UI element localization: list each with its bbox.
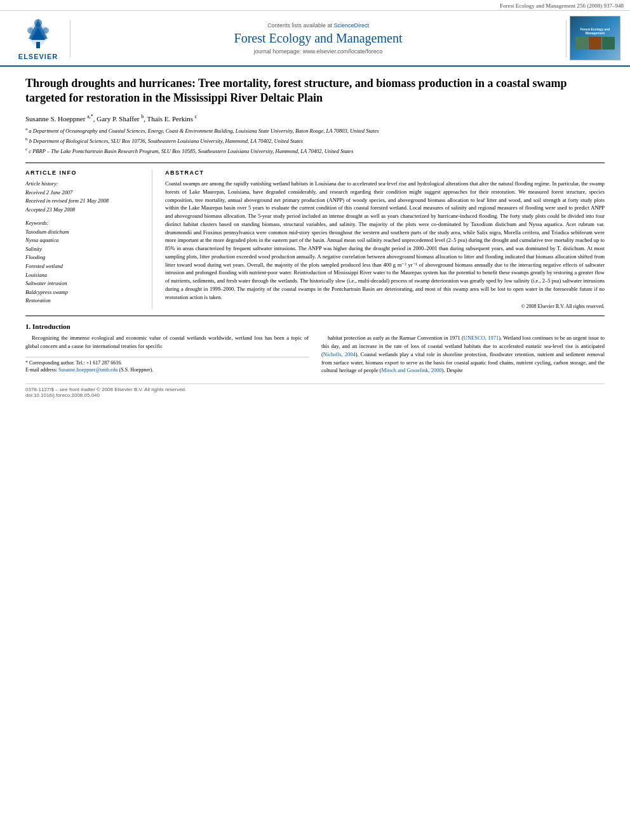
history-label-text: Article history: (25, 180, 58, 187)
affiliation-b: b b Department of Biological Sciences, S… (25, 136, 605, 145)
intro-left-col: Recognizing the immense ecological and e… (25, 334, 309, 378)
elsevier-tree-icon (19, 17, 57, 51)
svg-point-5 (27, 27, 34, 34)
keywords-section: Keywords: Taxodium distichum Nyssa aquat… (25, 220, 145, 305)
cover-img-2 (589, 37, 601, 50)
article-info-column: ARTICLE INFO Article history: Received 2… (25, 170, 152, 309)
keyword-restoration: Restoration (25, 297, 145, 305)
contents-text: Contents lists available at (267, 22, 332, 29)
article-info-label: ARTICLE INFO (25, 170, 145, 176)
journal-header: ELSEVIER Contents lists available at Sci… (0, 11, 630, 67)
intro-para-left: Recognizing the immense ecological and e… (25, 334, 309, 350)
footnote-2: E-mail address: Susanne.hoeppner@umb.edu… (25, 367, 309, 373)
journal-title-area: Contents lists available at ScienceDirec… (70, 20, 566, 57)
issn-line: 0378-1127/$ – see front matter © 2008 El… (25, 387, 605, 392)
intro-right-col: habitat protection as early as the Ramsa… (321, 334, 605, 378)
ref-nicholls[interactable]: Nicholls, 2004 (323, 351, 356, 357)
journal-cover-area: Forest Ecology and Management (566, 16, 624, 60)
intro-two-col: Recognizing the immense ecological and e… (25, 334, 605, 378)
doi-line: doi:10.1016/j.foreco.2008.05.040 (25, 392, 605, 398)
elsevier-logo-area: ELSEVIER (6, 17, 70, 60)
copyright-line: © 2008 Elsevier B.V. All rights reserved… (165, 303, 605, 309)
journal-reference: Forest Ecology and Management 256 (2008)… (0, 0, 630, 11)
elsevier-wordmark: ELSEVIER (18, 53, 58, 60)
ref-unesco[interactable]: UNESCO, 1971 (464, 335, 499, 341)
contents-line: Contents lists available at ScienceDirec… (83, 22, 553, 29)
introduction-section: 1. Introduction Recognizing the immense … (25, 316, 605, 378)
keyword-taxodium: Taxodium distichum (25, 228, 145, 237)
journal-title: Forest Ecology and Management (83, 31, 553, 46)
elsevier-logo: ELSEVIER (18, 17, 58, 60)
journal-cover-image: Forest Ecology and Management (570, 16, 620, 60)
cover-img-3 (602, 37, 615, 50)
footnote-section: * Corresponding author. Tel.: +1 617 287… (25, 357, 309, 373)
email-link[interactable]: Susanne.hoeppner@umb.edu (58, 367, 118, 373)
affiliations: a a Department of Oceanography and Coast… (25, 126, 605, 155)
abstract-label: ABSTRACT (165, 170, 605, 176)
keyword-salinity: Salinity (25, 245, 145, 254)
main-content: Through droughts and hurricanes: Tree mo… (0, 67, 630, 404)
intro-para-right: habitat protection as early as the Ramsa… (321, 334, 605, 375)
keyword-flooding: Flooding (25, 253, 145, 262)
keywords-label: Keywords: (25, 220, 145, 226)
article-info-abstract-section: ARTICLE INFO Article history: Received 2… (25, 163, 605, 309)
keyword-saltwater: Saltwater intrusion (25, 279, 145, 288)
cover-title: Forest Ecology and Management (572, 27, 618, 35)
abstract-text: Coastal swamps are among the rapidly van… (165, 180, 605, 301)
keywords-label-text: Keywords: (25, 220, 49, 226)
svg-point-6 (43, 27, 49, 34)
abstract-column: ABSTRACT Coastal swamps are among the ra… (165, 170, 605, 309)
intro-section-title-text: Introduction (32, 323, 70, 330)
ref-mitsch[interactable]: Mitsch and Gosselink, 2000 (381, 367, 441, 373)
revised-date: Received in revised form 21 May 2008 (25, 197, 145, 206)
intro-section-number: 1. (25, 323, 30, 330)
article-title: Through droughts and hurricanes: Tree mo… (25, 76, 605, 106)
received-date: Received 2 June 2007 (25, 189, 145, 197)
accepted-date: Accepted 23 May 2008 (25, 206, 145, 215)
keyword-nyssa: Nyssa aquatica (25, 236, 145, 245)
bottom-info: 0378-1127/$ – see front matter © 2008 El… (25, 383, 605, 398)
keyword-baldcypress: Baldcypress swamp (25, 288, 145, 297)
keyword-forested: Forested wetland (25, 262, 145, 271)
affiliation-a: a a Department of Oceanography and Coast… (25, 126, 605, 135)
svg-point-7 (34, 19, 42, 27)
cover-images (575, 37, 615, 50)
intro-section-title: 1. Introduction (25, 323, 605, 330)
intro-right-text: habitat protection as early as the Ramsa… (321, 334, 605, 375)
history-label: Article history: (25, 180, 145, 189)
authors: Susanne S. Hoeppner a,*, Gary P. Shaffer… (25, 114, 605, 123)
cover-img-1 (575, 37, 588, 50)
journal-homepage: journal homepage: www.elsevier.com/locat… (83, 48, 553, 55)
keyword-louisiana: Louisiana (25, 271, 145, 280)
sciencedirect-link[interactable]: ScienceDirect (334, 22, 370, 29)
intro-left-text: Recognizing the immense ecological and e… (25, 334, 309, 350)
article-history: Article history: Received 2 June 2007 Re… (25, 180, 145, 214)
affiliation-c: c c PBRP – The Lake Pontchartrain Basin … (25, 146, 605, 156)
footnote-1: * Corresponding author. Tel.: +1 617 287… (25, 360, 309, 366)
journal-ref-text: Forest Ecology and Management 256 (2008)… (500, 3, 624, 9)
